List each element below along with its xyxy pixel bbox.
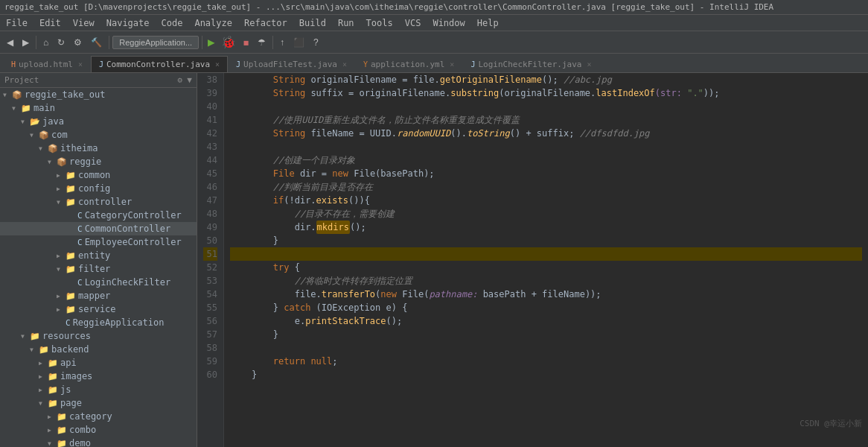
toolbar-git-btn[interactable]: ↑	[276, 35, 288, 50]
folder-icon: 📁	[66, 197, 76, 207]
folder-icon: 📁	[57, 425, 67, 435]
arrow-icon: ▼	[30, 132, 37, 139]
sidebar-item-main[interactable]: ▼ 📁 main	[0, 101, 197, 115]
java-icon2: J	[236, 60, 240, 69]
folder-icon: 📁	[48, 399, 58, 408]
tab-logincheckfilter[interactable]: J LoginCheckFilter.java ×	[462, 56, 599, 72]
menu-tools[interactable]: Tools	[360, 16, 399, 30]
project-sidebar[interactable]: Project ⚙ ▼ ▼ 📦 reggie_take_out ▼ 📁 main…	[0, 73, 197, 447]
sidebar-item-api[interactable]: ▶ 📁 api	[0, 356, 197, 370]
sidebar-item-itheima[interactable]: ▼ 📦 itheima	[0, 142, 197, 155]
tab-upload-close[interactable]: ×	[78, 60, 83, 69]
tab-common-close[interactable]: ×	[215, 60, 220, 69]
folder-icon: 📁	[66, 291, 76, 301]
sidebar-item-js[interactable]: ▶ 📁 js	[0, 383, 197, 396]
sidebar-item-java[interactable]: ▼ 📂 java	[0, 115, 197, 128]
code-content[interactable]: String originalFilename = file.getOrigin…	[224, 73, 868, 447]
sidebar-item-common[interactable]: ▶ 📁 common	[0, 168, 197, 182]
code-line-48: //目录不存在，需要创建	[230, 207, 862, 221]
toolbar-sep1	[36, 36, 36, 49]
tab-uploadfiletest[interactable]: J UploadFileTest.java ×	[228, 56, 355, 72]
sidebar-item-reggie-take-out[interactable]: ▼ 📦 reggie_take_out	[0, 88, 197, 101]
sidebar-item-employeecontroller[interactable]: C EmployeeController	[0, 235, 197, 249]
arrow-icon: ▶	[57, 306, 64, 313]
toolbar-coverage-btn[interactable]: ☂	[254, 35, 269, 50]
toolbar-home-btn[interactable]: ⌂	[39, 35, 52, 50]
tab-filter-close[interactable]: ×	[587, 60, 591, 69]
code-line-55: } catch (IOException e) {	[230, 301, 862, 314]
sidebar-item-categorycontroller[interactable]: C CategoryController	[0, 209, 197, 222]
toolbar-sync-btn[interactable]: ↻	[54, 35, 68, 50]
arrow-icon: ▶	[57, 253, 64, 259]
sidebar-item-backend[interactable]: ▼ 📁 backend	[0, 343, 197, 356]
toolbar-settings-btn[interactable]: ⚙	[70, 35, 86, 50]
sidebar-item-logincheckfilter[interactable]: C LoginCheckFilter	[0, 276, 197, 289]
java-icon: J	[99, 60, 103, 69]
tab-yml-close[interactable]: ×	[450, 60, 454, 69]
code-editor: 38 39 40 41 42 43 44 45 46 47 48 49 50 5…	[197, 73, 868, 447]
tab-uploadtest-close[interactable]: ×	[342, 60, 347, 69]
toolbar-sep3	[202, 36, 202, 49]
run-config-selector[interactable]: ReggieApplication...	[112, 36, 199, 49]
sidebar-item-combo[interactable]: ▶ 📁 combo	[0, 423, 197, 437]
code-line-38: String originalFilename = file.getOrigin…	[230, 73, 862, 86]
menu-edit[interactable]: Edit	[33, 16, 67, 30]
package-icon: 📦	[48, 144, 58, 153]
stop-button[interactable]: ◼	[240, 35, 252, 50]
folder-icon: 📁	[39, 345, 49, 355]
menu-window[interactable]: Window	[427, 16, 470, 30]
sidebar-item-config[interactable]: ▶ 📁 config	[0, 182, 197, 195]
tab-bar: H upload.html × J CommonController.java …	[0, 54, 868, 73]
menu-navigate[interactable]: Navigate	[100, 16, 156, 30]
arrow-icon: ▶	[39, 387, 46, 393]
sidebar-item-reggieapplication[interactable]: C ReggieApplication	[0, 316, 197, 329]
menu-view[interactable]: View	[67, 16, 100, 30]
sidebar-item-com[interactable]: ▼ 📦 com	[0, 128, 197, 142]
debug-button[interactable]: 🐞	[219, 35, 238, 49]
tab-application-yml[interactable]: Y application.yml ×	[355, 56, 462, 72]
toolbar: ◀ ▶ ⌂ ↻ ⚙ 🔨 ReggieApplication... ▶ 🐞 ◼ ☂…	[0, 31, 868, 54]
tree-label: com	[51, 130, 68, 140]
code-line-53: //将临时文件转存到指定位置	[230, 274, 862, 288]
toolbar-terminal-btn[interactable]: ⬛	[290, 35, 308, 50]
main-area: Project ⚙ ▼ ▼ 📦 reggie_take_out ▼ 📁 main…	[0, 73, 868, 447]
toolbar-back-btn[interactable]: ◀	[3, 35, 17, 50]
sidebar-item-commoncontroller[interactable]: C CommonController	[0, 222, 197, 235]
tab-common-controller[interactable]: J CommonController.java ×	[91, 56, 228, 72]
sidebar-item-service[interactable]: ▶ 📁 service	[0, 302, 197, 316]
sidebar-item-page[interactable]: ▼ 📁 page	[0, 396, 197, 410]
toolbar-question-btn[interactable]: ?	[310, 35, 322, 50]
sidebar-item-filter[interactable]: ▼ 📁 filter	[0, 262, 197, 276]
run-button[interactable]: ▶	[205, 35, 217, 49]
tab-yml-label: application.yml	[371, 60, 444, 69]
menu-build[interactable]: Build	[293, 16, 332, 30]
arrow-icon: ▼	[21, 118, 28, 125]
sidebar-item-demo[interactable]: ▼ 📁 demo	[0, 437, 197, 447]
menu-code[interactable]: Code	[156, 16, 189, 30]
tree-label: api	[60, 358, 77, 368]
tree-label: reggie_take_out	[25, 89, 105, 100]
toolbar-build-btn[interactable]: 🔨	[87, 35, 106, 50]
menu-refactor[interactable]: Refactor	[238, 16, 293, 30]
menu-vcs[interactable]: VCS	[399, 16, 427, 30]
tree-label: mapper	[78, 291, 110, 301]
toolbar-forward-btn[interactable]: ▶	[19, 35, 33, 50]
sidebar-item-controller[interactable]: ▼ 📁 controller	[0, 195, 197, 209]
yml-icon: Y	[363, 60, 368, 69]
menu-run[interactable]: Run	[332, 16, 360, 30]
sidebar-item-mapper[interactable]: ▶ 📁 mapper	[0, 289, 197, 302]
java-file-icon: C	[77, 278, 83, 288]
tree-label: controller	[78, 197, 132, 207]
sidebar-item-category[interactable]: ▶ 📁 category	[0, 410, 197, 423]
arrow-icon: ▼	[30, 346, 37, 353]
sidebar-item-images[interactable]: ▶ 📁 images	[0, 370, 197, 383]
menu-analyze[interactable]: Analyze	[188, 16, 238, 30]
sidebar-item-reggie[interactable]: ▼ 📦 reggie	[0, 155, 197, 168]
tab-upload-html[interactable]: H upload.html ×	[3, 56, 91, 72]
menu-help[interactable]: Help	[471, 16, 505, 30]
sidebar-item-resources[interactable]: ▼ 📁 resources	[0, 329, 197, 343]
menu-file[interactable]: File	[0, 16, 33, 30]
tab-common-label: CommonController.java	[106, 60, 210, 69]
sidebar-item-entity[interactable]: ▶ 📁 entity	[0, 249, 197, 262]
folder-icon: 📁	[66, 171, 76, 180]
